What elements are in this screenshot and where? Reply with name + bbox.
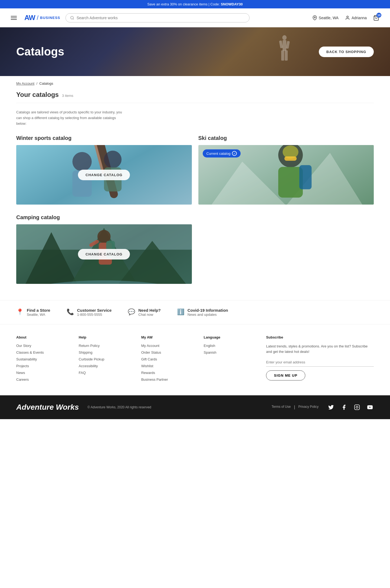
camping-change-catalog-button[interactable]: CHANGE CATALOG [78, 249, 130, 259]
footer-language-english[interactable]: English [204, 344, 257, 348]
site-header: AW / BUSINESS Seattle, WA Adrianna 10 [0, 8, 390, 27]
footer-help-col: Help Return Policy Shipping Curbside Pic… [79, 335, 133, 384]
footer-about-classes[interactable]: Classes & Events [16, 350, 70, 354]
subscribe-description: Latest trends, styles & promotions. Are … [266, 344, 374, 354]
catalogs-title: Your catalogs [16, 91, 59, 98]
svg-rect-6 [283, 40, 286, 51]
customer-service-item[interactable]: 📞 Customer Service 1-800-555-5555 [67, 308, 112, 317]
footer-legal: Terms of Use | Privacy Policy [271, 405, 319, 410]
customer-service-sub: 1-800-555-5555 [77, 313, 112, 317]
find-store-item[interactable]: 📍 Find a Store Seattle, WA [16, 308, 50, 317]
catalogs-count: 3 items [62, 94, 73, 98]
footer-help-title: Help [79, 335, 133, 339]
youtube-icon[interactable] [366, 403, 374, 411]
subscribe-email-input[interactable] [266, 358, 374, 367]
facebook-icon[interactable] [340, 403, 348, 411]
subscribe-sign-me-up-button[interactable]: SIGN ME UP [266, 370, 305, 380]
twitter-icon[interactable] [327, 403, 335, 411]
footer-social [327, 403, 374, 411]
footer-language-title: Language [204, 335, 257, 339]
footer-links: About Our Story Classes & Events Sustain… [0, 324, 390, 395]
need-help-item[interactable]: 💬 Need Help? Chat now [128, 308, 161, 317]
menu-icon[interactable] [11, 16, 17, 20]
camping-catalog-card[interactable]: CHANGE CATALOG [16, 224, 192, 284]
footer-info-bar: 📍 Find a Store Seattle, WA 📞 Customer Se… [0, 300, 390, 324]
cart-badge: 10 [376, 13, 381, 18]
footer-subscribe-title: Subscribe [266, 335, 374, 339]
current-catalog-icon: ✓ [232, 151, 237, 156]
footer-myaw-orders[interactable]: Order Status [141, 350, 195, 354]
current-catalog-badge: Current catalog ✓ [203, 149, 241, 157]
footer-myaw-partner[interactable]: Business Partner [141, 377, 195, 382]
footer-about-our-story[interactable]: Our Story [16, 344, 70, 348]
need-help-icon: 💬 [128, 308, 135, 316]
footer-about-projects[interactable]: Projects [16, 364, 70, 368]
main-content: Your catalogs 3 items Catalogs are tailo… [0, 88, 390, 300]
svg-rect-25 [299, 165, 311, 189]
catalog-section-winter: Winter sports catalog [16, 135, 192, 205]
footer-about-news[interactable]: News [16, 371, 70, 375]
breadcrumb: My Account / Catalogs [0, 76, 390, 88]
footer-about-sustainability[interactable]: Sustainability [16, 357, 70, 361]
winter-change-catalog-button[interactable]: CHANGE CATALOG [78, 170, 130, 180]
find-store-sub: Seattle, WA [27, 313, 50, 317]
svg-point-0 [71, 16, 73, 19]
camping-catalog-title: Camping catalog [16, 214, 374, 221]
customer-service-icon: 📞 [67, 308, 74, 316]
footer-help-accessibility[interactable]: Accessibility [79, 364, 133, 368]
user-label: Adrianna [352, 16, 367, 20]
footer-help-shipping[interactable]: Shipping [79, 350, 133, 354]
footer-myaw-rewards[interactable]: Rewards [141, 371, 195, 375]
svg-rect-7 [279, 40, 283, 48]
search-input[interactable] [77, 16, 245, 20]
location-icon [312, 15, 317, 20]
instagram-icon[interactable] [353, 403, 361, 411]
footer-language-spanish[interactable]: Spanish [204, 350, 257, 354]
svg-point-2 [314, 17, 315, 18]
winter-catalog-overlay: CHANGE CATALOG [16, 145, 192, 205]
breadcrumb-parent[interactable]: My Account [16, 81, 34, 86]
footer-help-curbside[interactable]: Curbside Pickup [79, 357, 133, 361]
catalogs-header: Your catalogs 3 items [16, 91, 374, 98]
catalog-section-camping: Camping catalog [16, 214, 374, 284]
hero-silhouette-icon [274, 33, 295, 68]
footer-myaw-wishlist[interactable]: Wishlist [141, 364, 195, 368]
terms-of-use-link[interactable]: Terms of Use [271, 405, 291, 410]
logo[interactable]: AW / BUSINESS [24, 14, 60, 22]
svg-point-3 [347, 16, 348, 18]
customer-service-label: Customer Service [77, 308, 112, 313]
footer-myaw-giftcards[interactable]: Gift Cards [141, 357, 195, 361]
catalogs-description: Catalogs are tailored views of products … [16, 110, 124, 126]
user-icon [345, 15, 350, 20]
footer-myaw-title: My AW [141, 335, 195, 339]
page-title: Catalogs [16, 45, 64, 58]
location-item[interactable]: Seattle, WA [312, 15, 339, 20]
footer-subscribe-col: Subscribe Latest trends, styles & promot… [266, 335, 374, 384]
search-bar[interactable] [65, 13, 250, 22]
search-icon [70, 16, 74, 20]
user-item[interactable]: Adrianna [345, 15, 367, 20]
promo-text: Save an extra 30% on clearance items | C… [147, 2, 221, 6]
privacy-policy-link[interactable]: Privacy Policy [298, 405, 319, 410]
covid-info-item[interactable]: ℹ️ Covid-19 Information News and updates [177, 308, 228, 317]
footer-help-faq[interactable]: FAQ [79, 371, 133, 375]
logo-slash: / [37, 14, 38, 21]
svg-rect-23 [284, 156, 296, 161]
footer-myaw-col: My AW My Account Order Status Gift Cards… [141, 335, 195, 384]
footer-about-careers[interactable]: Careers [16, 377, 70, 382]
footer-myaw-account[interactable]: My Account [141, 344, 195, 348]
section-divider [16, 103, 374, 103]
header-actions: Seattle, WA Adrianna 10 [312, 15, 379, 21]
hero-section: Catalogs BACK TO SHOPPING [0, 27, 390, 76]
footer-about-title: About [16, 335, 70, 339]
ski-catalog-card[interactable]: Current catalog ✓ [198, 145, 374, 205]
svg-rect-36 [355, 405, 359, 410]
winter-catalog-card[interactable]: CHANGE CATALOG [16, 145, 192, 205]
logo-aw: AW [24, 14, 35, 22]
svg-rect-24 [278, 167, 303, 198]
cart-item[interactable]: 10 [373, 15, 379, 21]
footer-help-return[interactable]: Return Policy [79, 344, 133, 348]
svg-rect-10 [285, 50, 288, 61]
catalog-section-ski: Ski catalog [198, 135, 374, 205]
back-to-shopping-button[interactable]: BACK TO SHOPPING [319, 47, 374, 57]
